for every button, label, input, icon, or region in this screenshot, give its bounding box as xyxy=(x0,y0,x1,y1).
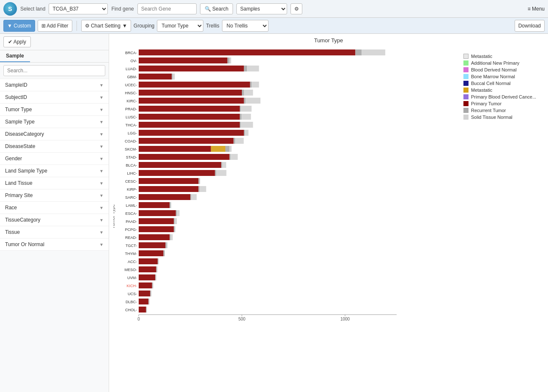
svg-text:HNSC-: HNSC- xyxy=(125,91,137,95)
sidebar-item[interactable]: Race▼ xyxy=(0,202,109,214)
legend-item: Solid Tissue Normal xyxy=(463,115,540,120)
sidebar-item[interactable]: Gender▼ xyxy=(0,153,109,165)
svg-rect-13 xyxy=(227,58,230,63)
svg-rect-81 xyxy=(139,194,190,200)
legend-label: Recurrent Tumor xyxy=(471,108,506,113)
menu-button[interactable]: ≡ Menu xyxy=(528,6,545,12)
svg-rect-74 xyxy=(199,178,200,184)
tab-sample[interactable]: Sample xyxy=(0,50,30,62)
svg-rect-89 xyxy=(139,210,176,216)
svg-rect-113 xyxy=(139,258,158,264)
main-layout: ✔ Apply Sample SampleID▼SubjectID▼Tumor … xyxy=(0,34,548,392)
svg-rect-87 xyxy=(171,202,171,208)
svg-text:PRAD-: PRAD- xyxy=(125,107,137,111)
svg-rect-122 xyxy=(155,274,156,280)
legend-item: Bone Marrow Normal xyxy=(463,74,540,79)
svg-rect-26 xyxy=(252,82,259,88)
sidebar-item[interactable]: Land Sample Type▼ xyxy=(0,165,109,177)
svg-rect-44 xyxy=(139,122,240,128)
chart-setting-button[interactable]: ⚙ Chart Setting ▼ xyxy=(81,20,131,32)
svg-rect-66 xyxy=(221,162,222,168)
tab-extra[interactable] xyxy=(30,50,42,62)
svg-text:UCS-: UCS- xyxy=(128,292,137,296)
sidebar-item[interactable]: SampleID▼ xyxy=(0,79,109,91)
svg-text:DLBC-: DLBC- xyxy=(126,300,137,304)
gene-search-input[interactable] xyxy=(137,3,197,14)
svg-rect-63 xyxy=(230,154,238,160)
svg-rect-134 xyxy=(148,299,149,304)
legend-item: Recurrent Tumor xyxy=(463,108,540,113)
legend-label: Primary Blood Derived Cance... xyxy=(471,94,536,99)
svg-rect-65 xyxy=(139,162,221,168)
svg-rect-109 xyxy=(139,250,164,256)
svg-rect-18 xyxy=(247,66,259,71)
svg-text:1000: 1000 xyxy=(340,317,350,321)
trellis-select[interactable]: No Trellis xyxy=(222,20,269,32)
svg-rect-101 xyxy=(139,234,170,240)
svg-rect-73 xyxy=(139,178,199,184)
svg-rect-54 xyxy=(235,138,244,144)
sidebar-item[interactable]: Sample Type▼ xyxy=(0,116,109,128)
toolbar: ▼ Custom ⊞ Add Filter ⚙ Chart Setting ▼ … xyxy=(0,18,548,34)
svg-text:OV-: OV- xyxy=(130,59,137,63)
svg-text:LIHC-: LIHC- xyxy=(127,171,137,175)
grouping-select[interactable]: Tumor Type xyxy=(157,20,203,32)
chart-setting-label: ⚙ Chart Setting xyxy=(85,23,121,29)
svg-rect-123 xyxy=(156,274,156,280)
svg-text:500: 500 xyxy=(238,317,246,321)
svg-rect-57 xyxy=(211,146,225,152)
y-axis-label: Tumor Type xyxy=(113,204,115,229)
add-filter-button[interactable]: ⊞ Add Filter xyxy=(38,20,72,32)
view-select[interactable]: Samples xyxy=(236,3,287,14)
sidebar-search-input[interactable] xyxy=(3,65,105,76)
download-button[interactable]: Download xyxy=(515,20,545,32)
apply-button[interactable]: ✔ Apply xyxy=(3,36,31,47)
svg-rect-25 xyxy=(250,82,252,88)
svg-rect-41 xyxy=(240,114,241,120)
custom-button[interactable]: ▼ Custom xyxy=(3,20,35,32)
land-select[interactable]: TCGA_B37 xyxy=(49,3,108,14)
sidebar-item[interactable]: Primary Site▼ xyxy=(0,189,109,202)
svg-rect-91 xyxy=(177,210,179,216)
sidebar-item[interactable]: Tissue▼ xyxy=(0,226,109,238)
sidebar-item[interactable]: SubjectID▼ xyxy=(0,91,109,104)
svg-text:BRCA-: BRCA- xyxy=(125,51,137,55)
svg-text:SARC-: SARC- xyxy=(125,195,137,200)
svg-rect-78 xyxy=(199,186,200,192)
svg-rect-97 xyxy=(139,226,174,232)
svg-text:CHOL-: CHOL- xyxy=(125,308,137,312)
sidebar-item[interactable]: DiseaseCategory▼ xyxy=(0,128,109,140)
svg-rect-14 xyxy=(230,58,231,63)
svg-rect-8 xyxy=(139,49,355,55)
sidebar-item[interactable]: TissueCategory▼ xyxy=(0,214,109,226)
legend-color xyxy=(463,115,469,120)
svg-rect-46 xyxy=(241,122,253,128)
legend-item: Primary Tumor xyxy=(463,101,540,106)
legend-label: Blood Derived Normal xyxy=(471,67,517,72)
sidebar-item[interactable]: DiseaseState▼ xyxy=(0,140,109,153)
svg-text:0: 0 xyxy=(137,317,140,321)
svg-rect-110 xyxy=(164,250,164,256)
svg-rect-131 xyxy=(151,291,151,296)
legend-item: Metastatic xyxy=(463,54,540,59)
svg-rect-17 xyxy=(244,66,247,71)
gear-button[interactable]: ⚙ xyxy=(290,3,302,14)
svg-text:BLCA-: BLCA- xyxy=(126,163,137,167)
svg-text:TGCT-: TGCT- xyxy=(126,244,137,248)
sidebar-item[interactable]: Tumor Type▼ xyxy=(0,104,109,116)
svg-rect-71 xyxy=(216,170,226,176)
svg-rect-138 xyxy=(146,307,147,313)
svg-rect-117 xyxy=(139,266,156,272)
app-logo: S xyxy=(3,2,17,16)
legend-color xyxy=(463,88,469,93)
svg-rect-38 xyxy=(241,106,252,112)
svg-rect-111 xyxy=(164,250,165,256)
search-button[interactable]: 🔍 Search xyxy=(200,3,233,14)
find-gene-label: Find gene xyxy=(111,6,134,12)
grouping-label: Grouping xyxy=(134,23,154,29)
sidebar-search xyxy=(0,63,109,79)
sidebar-item[interactable]: Land Tissue▼ xyxy=(0,177,109,189)
legend-item: Buccal Cell Normal xyxy=(463,81,540,86)
sidebar-item[interactable]: Tumor Or Normal▼ xyxy=(0,238,109,251)
svg-rect-59 xyxy=(230,146,232,152)
